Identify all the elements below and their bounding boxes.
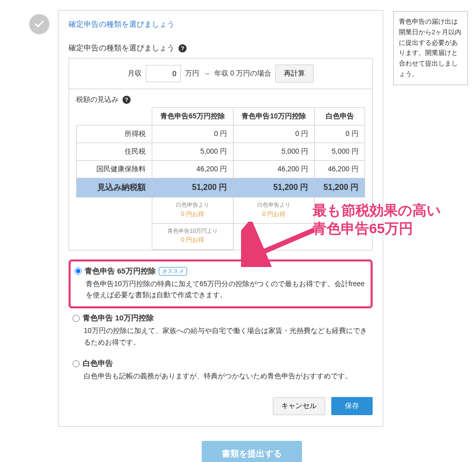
option-desc: 10万円の控除に加えて、家族への給与や自宅で働く場合は家賃・光熱費なども経費にで… (73, 325, 369, 348)
yearly-label: 年収 0 万円の場合 (214, 69, 272, 78)
monthly-income-input[interactable] (146, 65, 181, 82)
help-icon[interactable]: ? (123, 96, 131, 104)
tax-table-section: 税額の見込み ? 青色申告65万円控除 青色申告10万円控除 白色申告 (69, 89, 372, 250)
tax-table: 青色申告65万円控除 青色申告10万円控除 白色申告 所得税 0 円 0 円 0… (76, 107, 365, 250)
table-row: 住民税 5,000 円 5,000 円 5,000 円 (77, 143, 365, 161)
option-desc: 青色申告10万円控除の特典に加えて65万円分の控除がつくので最もお得です。会計f… (75, 278, 367, 301)
option-blue-10[interactable]: 青色申告 10万円控除 10万円の控除に加えて、家族への給与や自宅で働く場合は家… (69, 308, 373, 354)
tax-table-label: 税額の見込み ? (76, 95, 365, 104)
save-button[interactable]: 保存 (331, 397, 373, 415)
option-desc: 白色申告も記帳の義務がありますが、特典がつかないため青色申告がおすすめです。 (73, 370, 369, 381)
tax-estimate-box: 月収 万円 → 年収 0 万円の場合 再計算 税額の見込み ? 青色申告65万円… (69, 58, 373, 250)
recalc-button[interactable]: 再計算 (275, 64, 314, 83)
option-title: 青色申告 10万円控除 (83, 313, 154, 323)
unit-label: 万円 (185, 69, 199, 78)
radio-blue-10[interactable] (73, 315, 80, 322)
cancel-button[interactable]: キャンセル (273, 397, 325, 415)
panel-title: 確定申告の種類を選びましょう (69, 20, 373, 29)
table-row: 国民健康保険料 46,200 円 46,200 円 46,200 円 (77, 161, 365, 178)
filing-options: 青色申告 65万円控除 オススメ 青色申告10万円控除の特典に加えて65万円分の… (69, 259, 373, 388)
savings-cell: 青色申告10万円より 0 円お得 (152, 223, 233, 249)
table-row: 所得税 0 円 0 円 0 円 (77, 125, 365, 143)
section-label: 確定申告の種類を選びましょう ? (69, 43, 373, 53)
table-row-total: 見込み納税額 51,200 円 51,200 円 51,200 円 (77, 178, 365, 197)
col-header: 青色申告10万円控除 (233, 108, 315, 125)
submit-wrap: 書類を提出する (28, 441, 476, 462)
radio-white[interactable] (73, 360, 80, 367)
option-title: 白色申告 (83, 359, 113, 368)
savings-row: 青色申告10万円より 0 円お得 (77, 223, 365, 249)
radio-blue-65[interactable] (75, 268, 82, 275)
panel-actions: キャンセル 保存 (69, 397, 373, 415)
savings-row: 白色申告より 0 円お得 白色申告より 0 円お得 (77, 197, 365, 224)
option-white[interactable]: 白色申告 白色申告も記帳の義務がありますが、特典がつかないため青色申告がおすすめ… (69, 354, 373, 387)
col-header: 白色申告 (315, 108, 365, 125)
recommended-badge: オススメ (159, 267, 187, 276)
option-title: 青色申告 65万円控除 (85, 267, 156, 276)
income-calc-row: 月収 万円 → 年収 0 万円の場合 再計算 (69, 58, 372, 89)
help-icon[interactable]: ? (178, 44, 187, 52)
tax-type-panel: 確定申告の種類を選びましょう 確定申告の種類を選びましょう ? 月収 万円 → … (58, 10, 383, 427)
step-complete-icon (29, 14, 49, 34)
option-blue-65[interactable]: 青色申告 65万円控除 オススメ 青色申告10万円控除の特典に加えて65万円分の… (69, 259, 373, 309)
arrow-label: → (203, 70, 210, 78)
info-tooltip: 青色申告の届け出は開業日から2ヶ月以内に提出する必要があります。開業届けと合わせ… (393, 11, 468, 85)
monthly-label: 月収 (128, 69, 142, 78)
savings-cell: 白色申告より 0 円お得 (233, 197, 315, 224)
col-header: 青色申告65万円控除 (152, 108, 233, 125)
submit-documents-button[interactable]: 書類を提出する (202, 441, 302, 462)
savings-cell: 白色申告より 0 円お得 (152, 197, 233, 224)
